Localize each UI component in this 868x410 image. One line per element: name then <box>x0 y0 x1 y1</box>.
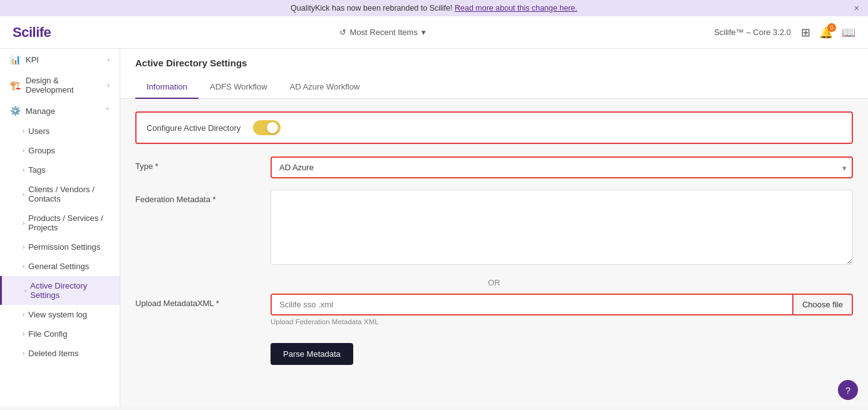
page-header: Active Directory Settings Information AD… <box>120 49 868 99</box>
upload-control: Choose file Upload Federation Metadata X… <box>271 294 853 325</box>
sub-chevron-tags: › <box>23 167 24 173</box>
sub-chevron-deleted: › <box>23 350 24 357</box>
file-upload-row: Choose file <box>271 294 853 315</box>
sidebar-item-products[interactable]: › Products / Services / Projects <box>0 208 120 237</box>
sidebar-item-kpi[interactable]: 📊 KPI › <box>0 49 120 70</box>
type-control: AD Azure ADFS ▾ <box>271 156 853 178</box>
tab-information[interactable]: Information <box>135 76 199 99</box>
sidebar-general-label: General Settings <box>28 262 89 271</box>
sub-chevron-permission: › <box>23 243 24 250</box>
configure-toggle-row: Configure Active Directory <box>135 111 853 144</box>
sidebar-item-design[interactable]: 🏗️ Design & Development › <box>0 70 120 100</box>
sidebar: 📊 KPI › 🏗️ Design & Development › ⚙️ Man… <box>0 49 120 406</box>
help-button[interactable]: ? <box>838 380 858 400</box>
logo: Scilife <box>13 24 51 41</box>
main-content: Active Directory Settings Information AD… <box>120 49 868 406</box>
header: Scilife ↺ Most Recent Items ▾ Scilife™ –… <box>0 16 868 49</box>
sidebar-kpi-label: KPI <box>26 55 39 64</box>
sidebar-deleted-label: Deleted Items <box>28 349 78 358</box>
upload-hint: Upload Federation Metadata XML <box>271 318 853 325</box>
sidebar-design-label: Design & Development <box>26 76 102 95</box>
sidebar-users-label: Users <box>28 126 49 136</box>
sidebar-item-users[interactable]: › Users <box>0 121 120 141</box>
sidebar-ad-label: Active Directory Settings <box>30 281 110 300</box>
sidebar-manage-label: Manage <box>26 106 55 116</box>
sub-chevron-clients: › <box>23 191 24 198</box>
sidebar-item-tags[interactable]: › Tags <box>0 160 120 180</box>
chevron-right-icon2: › <box>107 81 110 89</box>
parse-metadata-button[interactable]: Parse Metadata <box>271 343 353 365</box>
sub-chevron-products: › <box>23 220 24 227</box>
sub-chevron-fileconfig: › <box>23 331 24 337</box>
type-row: Type * AD Azure ADFS ▾ <box>135 156 853 178</box>
sidebar-fileconfig-label: File Config <box>28 329 67 339</box>
clock-icon: ↺ <box>339 28 346 37</box>
layout-icon[interactable]: ⊞ <box>801 26 810 39</box>
sidebar-clients-label: Clients / Vendors / Contacts <box>28 185 110 203</box>
kpi-icon: 📊 <box>10 54 21 64</box>
sidebar-item-deleted[interactable]: › Deleted Items <box>0 344 120 363</box>
chevron-down-icon: ▾ <box>421 28 426 37</box>
notification-icon[interactable]: 🔔 0 <box>819 26 833 39</box>
sidebar-item-groups[interactable]: › Groups <box>0 141 120 160</box>
recent-items-label: Most Recent Items <box>350 28 418 37</box>
sidebar-item-clients[interactable]: › Clients / Vendors / Contacts <box>0 180 120 208</box>
header-icons: ⊞ 🔔 0 📖 <box>801 26 855 39</box>
upload-label: Upload MetadataXML * <box>135 294 261 308</box>
federation-control <box>271 190 853 267</box>
version-label: Scilife™ – Core 3.2.0 <box>714 28 791 37</box>
file-input[interactable] <box>272 295 792 314</box>
parse-row: Parse Metadata <box>271 337 853 365</box>
sub-chevron-ad: › <box>24 287 26 294</box>
choose-file-button[interactable]: Choose file <box>792 295 852 314</box>
sidebar-tags-label: Tags <box>28 165 45 175</box>
chevron-right-icon: › <box>107 56 110 63</box>
sidebar-item-manage[interactable]: ⚙️ Manage ˄ <box>0 100 120 121</box>
configure-label: Configure Active Directory <box>147 123 240 133</box>
page-title: Active Directory Settings <box>135 58 853 68</box>
help-icon: ? <box>845 385 850 396</box>
manage-icon: ⚙️ <box>10 106 21 116</box>
type-label: Type * <box>135 156 261 171</box>
type-select[interactable]: AD Azure ADFS <box>271 156 853 178</box>
federation-row: Federation Metadata * <box>135 190 853 267</box>
or-divider: OR <box>135 278 853 287</box>
sub-chevron-groups: › <box>23 147 24 154</box>
tabs: Information ADFS Workflow AD Azure Workf… <box>135 76 853 98</box>
chevron-up-icon: ˄ <box>106 107 110 115</box>
upload-row: Upload MetadataXML * Choose file Upload … <box>135 294 853 325</box>
sub-chevron-general: › <box>23 263 24 270</box>
banner-close[interactable]: × <box>854 3 859 13</box>
federation-label: Federation Metadata * <box>135 190 261 204</box>
sidebar-permission-label: Permission Settings <box>28 242 100 252</box>
sidebar-item-active-directory[interactable]: › Active Directory Settings <box>0 276 120 305</box>
configure-toggle[interactable] <box>253 120 281 135</box>
sidebar-groups-label: Groups <box>28 146 55 155</box>
sidebar-item-fileconfig[interactable]: › File Config <box>0 324 120 344</box>
user-icon[interactable]: 📖 <box>842 26 855 39</box>
sub-chevron-users: › <box>23 128 24 135</box>
top-banner: QualityKick has now been rebranded to Sc… <box>0 0 868 16</box>
app-layout: Scilife ↺ Most Recent Items ▾ Scilife™ –… <box>0 16 868 406</box>
configure-card: Configure Active Directory <box>135 111 853 144</box>
type-select-wrapper: AD Azure ADFS ▾ <box>271 156 853 178</box>
banner-link[interactable]: Read more about this change here. <box>455 4 577 13</box>
notification-badge: 0 <box>827 23 836 32</box>
sub-chevron-syslog: › <box>23 311 24 318</box>
sidebar-item-permission[interactable]: › Permission Settings <box>0 237 120 257</box>
sidebar-item-general[interactable]: › General Settings <box>0 257 120 276</box>
sidebar-syslog-label: View system log <box>28 310 87 319</box>
tab-adfs-workflow[interactable]: ADFS Workflow <box>199 76 279 99</box>
federation-textarea[interactable] <box>271 190 853 265</box>
body-layout: 📊 KPI › 🏗️ Design & Development › ⚙️ Man… <box>0 49 868 406</box>
tab-ad-azure-workflow[interactable]: AD Azure Workflow <box>279 76 371 99</box>
sidebar-item-syslog[interactable]: › View system log <box>0 305 120 324</box>
sidebar-products-label: Products / Services / Projects <box>28 213 110 232</box>
design-icon: 🏗️ <box>10 80 21 90</box>
banner-text: QualityKick has now been rebranded to Sc… <box>291 4 455 13</box>
header-right: Scilife™ – Core 3.2.0 ⊞ 🔔 0 📖 <box>714 26 855 39</box>
content-area: Configure Active Directory Type * AD Azu <box>120 99 868 377</box>
recent-items-button[interactable]: ↺ Most Recent Items ▾ <box>339 28 426 37</box>
